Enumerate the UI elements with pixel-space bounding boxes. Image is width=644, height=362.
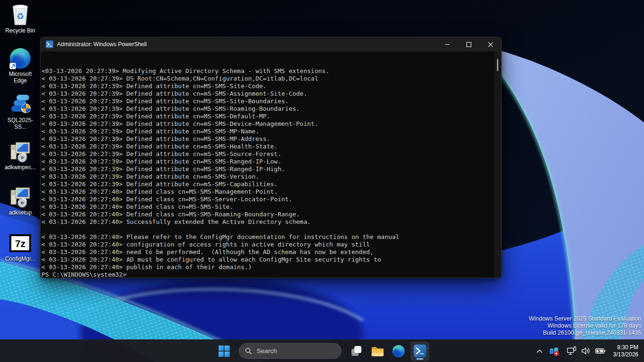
shortcut-arrow-icon: [9, 63, 16, 69]
console-line: < 03-13-2026 20:27:40> need to be perfor…: [41, 248, 493, 256]
windows-logo-icon: [219, 346, 230, 357]
console-line: < 03-13-2026 20:27:40> Successfully exte…: [41, 218, 493, 226]
scrollbar-thumb[interactable]: [497, 59, 498, 71]
console-line: < 03-13-2026 20:27:40> Defined class cn=…: [41, 188, 493, 196]
console-line: < 03-13-2026 20:27:40> Defined class cn=…: [41, 203, 493, 211]
window-titlebar[interactable]: Administrator: Windows PowerShell: [41, 37, 501, 51]
task-view-icon: [350, 345, 362, 357]
seven-zip-icon: 7z: [9, 232, 32, 255]
desktop-icon-adksetup[interactable]: adksetup: [2, 186, 39, 216]
clock-time: 8:30 PM: [613, 344, 638, 351]
tray-app-button[interactable]: [546, 343, 562, 360]
taskbar: 8:30 PM 3/13/2026: [0, 339, 644, 362]
search-input[interactable]: [257, 347, 332, 354]
console-output: <03-13-2026 20:27:39> Modifying Active D…: [41, 52, 493, 278]
chevron-up-icon: [537, 349, 543, 353]
console-line: < 03-13-2026 20:27:40> configuration of …: [41, 241, 493, 248]
desktop-icon-label: Recycle Bin: [2, 28, 39, 34]
svg-text:♻: ♻: [17, 11, 25, 21]
console-line: < 03-13-2026 20:27:39> Defined attribute…: [41, 173, 493, 181]
taskbar-clock[interactable]: 8:30 PM 3/13/2026: [611, 344, 642, 358]
console-line: < 03-13-2026 20:27:40> Defined class cn=…: [41, 211, 493, 218]
eval-watermark: Windows Server 2025 Standard Evaluation …: [529, 315, 641, 337]
desktop-icon-sql2025[interactable]: SQL2025-SS...: [2, 93, 39, 130]
battery-charging-icon: [595, 346, 606, 356]
volume-icon: [581, 346, 591, 356]
taskbar-search[interactable]: [239, 343, 342, 359]
desktop-icon-label: SQL2025-SS...: [2, 117, 39, 130]
console-line: < 03-13-2026 20:27:39> Defined attribute…: [41, 143, 493, 150]
desktop-icon-configmgr[interactable]: 7z ConfigMgr...: [2, 232, 39, 263]
console-line: <03-13-2026 20:27:39> Modifying Active D…: [41, 67, 493, 75]
watermark-line2: Windows License valid for 178 days: [529, 322, 641, 329]
console-line: < 03-13-2026 20:27:39> Defined attribute…: [41, 150, 493, 158]
quick-settings-button[interactable]: [563, 346, 610, 356]
desktop-icon-label: adkwinpes...: [2, 165, 39, 171]
console-line: < 03-13-2026 20:27:39> Defined attribute…: [41, 90, 493, 98]
recycle-bin-icon: ♻: [9, 4, 32, 26]
watermark-line3: Build 26100.ge_release.240331-1435: [529, 329, 641, 337]
minimize-button[interactable]: [436, 37, 458, 51]
task-view-button[interactable]: [347, 342, 366, 361]
desktop-icon-microsoft-edge[interactable]: Microsoft Edge: [2, 47, 39, 84]
installer-icon: [9, 140, 32, 163]
sql-server-icon: [9, 93, 32, 116]
console-line: < 03-13-2026 20:27:40> publish in each o…: [41, 263, 493, 271]
console-line: < 03-13-2026 20:27:40> Please refer to t…: [41, 233, 493, 241]
microsoft-edge-icon: [9, 47, 32, 70]
console-line: PS C:\WINDOWS\system32>: [41, 271, 493, 278]
powershell-window: Administrator: Windows PowerShell <03-13…: [40, 37, 502, 278]
desktop-icon-recycle-bin[interactable]: ♻ Recycle Bin: [2, 4, 39, 34]
console-line: < 03-13-2026 20:27:40> AD must be config…: [41, 256, 493, 263]
file-explorer-button[interactable]: [368, 342, 387, 361]
edge-button[interactable]: [389, 342, 408, 361]
console-line: < 03-13-2026 20:27:39> Defined attribute…: [41, 105, 493, 113]
powershell-icon: [413, 345, 426, 357]
console-line: [41, 52, 493, 60]
powershell-taskbar-button[interactable]: [411, 342, 429, 361]
console-line: < 03-13-2026 20:27:39> Defined attribute…: [41, 82, 493, 90]
console-line: < 03-13-2026 20:27:39> Defined attribute…: [41, 113, 493, 120]
microsoft-edge-icon: [393, 345, 405, 357]
close-button[interactable]: [479, 37, 501, 51]
console-line: < 03-13-2026 20:27:39> Defined attribute…: [41, 165, 493, 173]
console-line: < 03-13-2026 20:27:39> Defined attribute…: [41, 120, 493, 128]
maximize-button[interactable]: [458, 37, 479, 51]
desktop: ♻ Recycle Bin Microsoft Edge SQL2025-SS.…: [0, 0, 644, 362]
powershell-icon: [46, 41, 53, 48]
tray-chevron-button[interactable]: [534, 343, 545, 360]
console-line: < 03-13-2026 20:27:39> Defined attribute…: [41, 181, 493, 188]
console-line: < 03-13-2026 20:27:39> Defined attribute…: [41, 135, 493, 143]
desktop-icon-label: ConfigMgr...: [2, 256, 39, 263]
console-line: < 03-13-2026 20:27:39> Defined attribute…: [41, 128, 493, 135]
svg-text:7z: 7z: [15, 238, 25, 249]
desktop-icon-adkwinpe[interactable]: adkwinpes...: [2, 140, 39, 171]
search-icon: [245, 347, 252, 354]
desktop-icon-label: Microsoft Edge: [2, 71, 39, 84]
console-line: < 03-13-2026 20:27:39> DS Root:CN=Schema…: [41, 75, 493, 82]
console-line: < 03-13-2026 20:27:39> Defined attribute…: [41, 98, 493, 105]
console-scrollbar[interactable]: [494, 51, 501, 278]
console-line: < 03-13-2026 20:27:39> Defined attribute…: [41, 158, 493, 165]
tray-app-badge-icon: [548, 346, 560, 357]
file-explorer-icon: [371, 346, 384, 357]
console-line: < 03-13-2026 20:27:40> Defined class cn=…: [41, 196, 493, 203]
active-app-indicator: [416, 358, 423, 360]
window-title: Administrator: Windows PowerShell: [57, 41, 436, 48]
network-icon: [567, 346, 577, 356]
watermark-line1: Windows Server 2025 Standard Evaluation: [529, 315, 641, 322]
clock-date: 3/13/2026: [613, 351, 638, 358]
console-line: [41, 226, 493, 233]
start-button[interactable]: [215, 342, 234, 361]
console-line: [41, 60, 493, 67]
installer-icon: [9, 186, 32, 208]
console-area[interactable]: <03-13-2026 20:27:39> Modifying Active D…: [41, 51, 501, 278]
desktop-icon-label: adksetup: [2, 210, 39, 216]
